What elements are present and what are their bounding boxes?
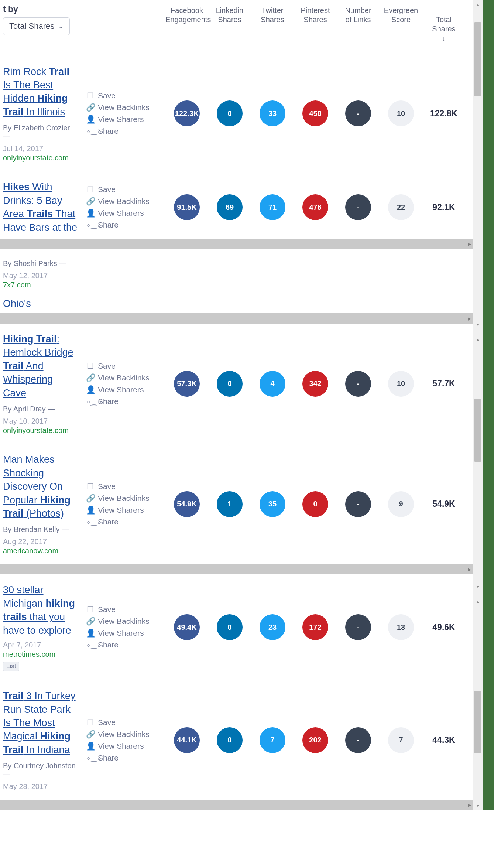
article-title-link[interactable]: Trail 3 In Turkey Run State Park Is The … — [3, 690, 76, 755]
arrow-right-icon[interactable]: ▸ — [468, 240, 471, 247]
content-type-tag: List — [3, 662, 19, 671]
col-pinterest[interactable]: Pinterest Shares — [294, 4, 337, 52]
links-metric: - — [345, 100, 371, 126]
section-separator: ▸ — [0, 239, 473, 249]
save-button[interactable]: ☐Save — [86, 91, 156, 100]
users-icon: 👤 — [86, 629, 94, 638]
share-icon: ∘⁔∘ — [86, 221, 94, 229]
save-button[interactable]: ☐Save — [86, 185, 156, 194]
article-title-link[interactable]: 30 stellar Michigan hiking trails that y… — [3, 584, 75, 636]
evergreen-metric: 13 — [388, 614, 414, 640]
col-linkedin[interactable]: Linkedin Shares — [208, 4, 251, 52]
view-sharers-button[interactable]: 👤View Sharers — [86, 506, 156, 515]
article-title-link[interactable]: Man Makes Shocking Discovery On Popular … — [3, 454, 71, 519]
source-domain[interactable]: onlyinyourstate.com — [3, 154, 79, 162]
article-title-link[interactable]: Hiking Trail: Hemlock Bridge Trail And W… — [3, 334, 73, 399]
scroll-thumb[interactable] — [474, 22, 481, 96]
action-label: View Sharers — [98, 506, 144, 515]
share-button[interactable]: ∘⁔∘Share — [86, 640, 156, 649]
save-button[interactable]: ☐Save — [86, 482, 156, 491]
view-backlinks-button[interactable]: 🔗View Backlinks — [86, 197, 156, 206]
section-separator: ▸ — [0, 800, 473, 810]
view-sharers-button[interactable]: 👤View Sharers — [86, 742, 156, 751]
section-separator: ▸ — [0, 564, 473, 574]
links-metric: - — [345, 614, 371, 640]
publish-date: Jul 14, 2017 — [3, 144, 79, 153]
action-label: Save — [98, 482, 116, 491]
scroll-thumb[interactable] — [474, 691, 481, 753]
scroll-down-icon[interactable]: ▾ — [473, 321, 483, 327]
evergreen-metric: 22 — [388, 194, 414, 220]
view-backlinks-button[interactable]: 🔗View Backlinks — [86, 103, 156, 112]
twitter-metric: 7 — [260, 727, 285, 753]
pinterest-metric: 0 — [302, 491, 328, 517]
scroll-up-icon[interactable]: ▴ — [473, 336, 483, 342]
bookmark-icon: ☐ — [86, 362, 94, 370]
save-button[interactable]: ☐Save — [86, 605, 156, 614]
action-label: View Sharers — [98, 385, 144, 394]
col-total-label: Total Shares — [432, 16, 455, 33]
article-title-link[interactable]: Rim Rock Trail Is The Best Hidden Hiking… — [3, 66, 69, 117]
col-evergreen[interactable]: Evergreen Score — [380, 4, 422, 52]
view-backlinks-button[interactable]: 🔗View Backlinks — [86, 494, 156, 503]
users-icon: 👤 — [86, 209, 94, 218]
action-label: View Sharers — [98, 742, 144, 751]
linkedin-metric: 0 — [217, 100, 243, 126]
article-title-stub[interactable]: Ohio's — [0, 292, 473, 313]
arrow-right-icon[interactable]: ▸ — [468, 315, 471, 322]
total-shares-value: 92.1K — [432, 202, 455, 212]
share-button[interactable]: ∘⁔∘Share — [86, 753, 156, 762]
source-domain[interactable]: 7x7.com — [3, 281, 470, 289]
share-button[interactable]: ∘⁔∘Share — [86, 397, 156, 406]
col-facebook[interactable]: Facebook Engagements — [165, 4, 208, 52]
article-title-link[interactable]: Hikes With Drinks: 5 Bay Area Trails Tha… — [3, 181, 77, 233]
scroll-down-icon[interactable]: ▾ — [473, 803, 483, 809]
sort-select[interactable]: Total Shares ⌄ — [3, 17, 70, 35]
source-domain[interactable]: onlyinyourstate.com — [3, 426, 79, 435]
col-links[interactable]: Number of Links — [337, 4, 380, 52]
pinterest-metric: 478 — [302, 194, 328, 220]
action-label: Share — [98, 221, 119, 229]
action-label: Share — [98, 753, 119, 762]
view-sharers-button[interactable]: 👤View Sharers — [86, 115, 156, 124]
scrollbar-track[interactable]: ▴ ▾ ▴ ▾ ▴ ▾ — [473, 0, 483, 810]
action-label: View Backlinks — [98, 103, 150, 112]
save-button[interactable]: ☐Save — [86, 718, 156, 727]
author: By Courtney Johnston — — [3, 762, 79, 779]
total-shares-value: 57.7K — [432, 379, 455, 389]
share-button[interactable]: ∘⁔∘Share — [86, 127, 156, 136]
share-button[interactable]: ∘⁔∘Share — [86, 517, 156, 526]
link-icon: 🔗 — [86, 494, 94, 503]
col-twitter[interactable]: Twitter Shares — [251, 4, 294, 52]
save-button[interactable]: ☐Save — [86, 362, 156, 370]
view-sharers-button[interactable]: 👤View Sharers — [86, 385, 156, 394]
view-backlinks-button[interactable]: 🔗View Backlinks — [86, 617, 156, 626]
total-shares-value: 122.8K — [430, 109, 457, 119]
view-sharers-button[interactable]: 👤View Sharers — [86, 629, 156, 638]
result-row: Man Makes Shocking Discovery On Popular … — [0, 444, 473, 564]
twitter-metric: 71 — [260, 194, 285, 220]
scroll-up-icon[interactable]: ▴ — [473, 598, 483, 604]
view-sharers-button[interactable]: 👤View Sharers — [86, 209, 156, 218]
publish-date: May 12, 2017 — [3, 271, 470, 280]
link-icon: 🔗 — [86, 730, 94, 739]
action-label: Share — [98, 397, 119, 406]
evergreen-metric: 10 — [388, 371, 414, 397]
scroll-down-icon[interactable]: ▾ — [473, 584, 483, 590]
source-domain[interactable]: metrotimes.com — [3, 650, 79, 659]
arrow-right-icon[interactable]: ▸ — [468, 802, 471, 809]
scroll-up-icon[interactable]: ▴ — [473, 1, 483, 7]
action-label: Save — [98, 185, 116, 194]
facebook-metric: 91.5K — [174, 194, 200, 220]
scroll-thumb[interactable] — [474, 399, 481, 462]
total-shares-value: 49.6K — [432, 622, 455, 632]
view-backlinks-button[interactable]: 🔗View Backlinks — [86, 373, 156, 382]
source-domain[interactable]: americanow.com — [3, 547, 79, 555]
share-button[interactable]: ∘⁔∘Share — [86, 221, 156, 229]
arrow-right-icon[interactable]: ▸ — [468, 566, 471, 573]
col-total[interactable]: Total Shares ↓ — [422, 4, 465, 52]
view-backlinks-button[interactable]: 🔗View Backlinks — [86, 730, 156, 739]
action-label: View Sharers — [98, 209, 144, 218]
result-row: Rim Rock Trail Is The Best Hidden Hiking… — [0, 56, 473, 171]
links-metric: - — [345, 727, 371, 753]
